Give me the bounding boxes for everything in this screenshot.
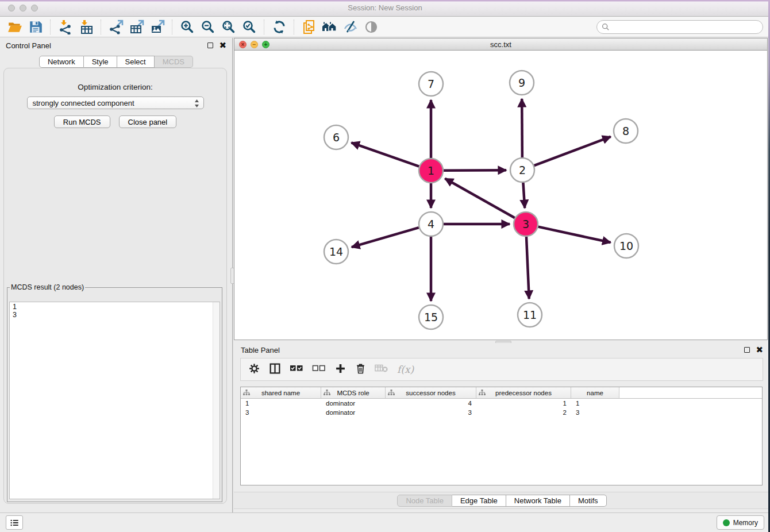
hide-panel-icon[interactable] bbox=[340, 18, 361, 36]
edge-3-11[interactable] bbox=[526, 237, 529, 299]
edge-1-2[interactable] bbox=[444, 170, 506, 171]
table-header-row: shared nameMCDS rolesuccessor nodesprede… bbox=[241, 387, 762, 399]
maximize-network-icon[interactable]: + bbox=[262, 41, 270, 48]
cell-successor-nodes[interactable]: 4 bbox=[386, 400, 476, 407]
cell-shared-name[interactable]: 3 bbox=[241, 409, 321, 416]
column-header-name[interactable]: name bbox=[571, 387, 619, 398]
edge-2-3[interactable] bbox=[523, 183, 525, 208]
cell-mcds-role[interactable]: dominator bbox=[321, 400, 386, 407]
zoom-in-icon[interactable] bbox=[177, 18, 198, 36]
node-15[interactable]: 15 bbox=[419, 305, 443, 329]
table-row[interactable]: 1dominator411 bbox=[241, 399, 762, 408]
column-header-shared-name[interactable]: shared name bbox=[241, 387, 321, 398]
svg-text:4: 4 bbox=[428, 218, 434, 230]
node-6[interactable]: 6 bbox=[324, 125, 348, 149]
export-image-icon[interactable] bbox=[147, 18, 168, 36]
float-table-panel-icon[interactable] bbox=[744, 347, 750, 353]
tab-network[interactable]: Network bbox=[39, 56, 84, 68]
cell-predecessor-nodes[interactable]: 1 bbox=[476, 400, 571, 407]
close-panel-icon[interactable]: ✖ bbox=[219, 43, 226, 48]
cell-name[interactable]: 3 bbox=[571, 409, 619, 416]
delete-column-icon[interactable] bbox=[355, 363, 366, 377]
zoom-fit-icon[interactable] bbox=[218, 18, 239, 36]
node-4[interactable]: 4 bbox=[419, 212, 443, 236]
svg-text:2: 2 bbox=[519, 164, 526, 176]
select-all-icon[interactable] bbox=[290, 363, 303, 376]
table-row[interactable]: 3dominator323 bbox=[241, 408, 762, 417]
import-network-icon[interactable] bbox=[55, 18, 76, 36]
node-10[interactable]: 10 bbox=[614, 234, 638, 258]
node-14[interactable]: 14 bbox=[324, 240, 348, 264]
network-canvas[interactable]: 1234678910111415 bbox=[234, 51, 768, 340]
columns-icon[interactable] bbox=[269, 363, 281, 377]
close-table-panel-icon[interactable]: ✖ bbox=[756, 347, 763, 353]
close-network-icon[interactable]: × bbox=[239, 41, 247, 48]
cell-shared-name[interactable]: 1 bbox=[241, 400, 321, 407]
dropdown-value: strongly connected component bbox=[33, 99, 134, 107]
network-graph[interactable]: 1234678910111415 bbox=[234, 51, 767, 340]
save-icon[interactable] bbox=[25, 18, 46, 36]
cell-mcds-role[interactable]: dominator bbox=[321, 409, 386, 416]
table-tab-motifs[interactable]: Motifs bbox=[570, 495, 607, 507]
task-history-button[interactable] bbox=[6, 515, 23, 530]
memory-button[interactable]: Memory bbox=[717, 515, 764, 530]
optimization-dropdown[interactable]: strongly connected component bbox=[27, 97, 204, 109]
home-networks-icon[interactable] bbox=[319, 18, 340, 36]
table-tab-node-table[interactable]: Node Table bbox=[397, 495, 452, 507]
svg-text:6: 6 bbox=[333, 131, 340, 144]
result-scrollbar[interactable] bbox=[213, 302, 220, 499]
node-3[interactable]: 3 bbox=[514, 212, 538, 236]
node-9[interactable]: 9 bbox=[510, 71, 534, 95]
tab-mcds[interactable]: MCDS bbox=[155, 56, 193, 68]
refresh-icon[interactable] bbox=[269, 18, 290, 36]
cell-predecessor-nodes[interactable]: 2 bbox=[476, 409, 571, 416]
column-header-predecessor-nodes[interactable]: predecessor nodes bbox=[476, 387, 571, 398]
node-8[interactable]: 8 bbox=[614, 119, 638, 143]
edge-2-9[interactable] bbox=[522, 99, 522, 157]
svg-text:7: 7 bbox=[428, 78, 434, 90]
search-input[interactable] bbox=[610, 22, 758, 32]
network-file-icon[interactable] bbox=[299, 18, 319, 36]
tab-select[interactable]: Select bbox=[117, 56, 155, 68]
close-panel-button[interactable]: Close panel bbox=[119, 115, 177, 128]
cell-successor-nodes[interactable]: 3 bbox=[386, 409, 476, 416]
toolbar-separator bbox=[172, 20, 173, 34]
column-header-successor-nodes[interactable]: successor nodes bbox=[386, 387, 476, 398]
edge-4-14[interactable] bbox=[352, 228, 419, 247]
app-window: Session: New Session bbox=[0, 0, 770, 532]
table-tab-edge-table[interactable]: Edge Table bbox=[452, 495, 506, 507]
edge-3-1[interactable] bbox=[445, 179, 514, 218]
table-tab-network-table[interactable]: Network Table bbox=[506, 495, 570, 507]
export-network-icon[interactable] bbox=[106, 18, 126, 36]
network-window-titlebar[interactable]: × − + scc.txt bbox=[234, 38, 768, 51]
minimize-network-icon[interactable]: − bbox=[251, 41, 258, 48]
cell-name[interactable]: 1 bbox=[571, 400, 619, 407]
add-column-icon[interactable] bbox=[334, 363, 346, 377]
tab-style[interactable]: Style bbox=[84, 56, 117, 68]
column-header-mcds-role[interactable]: MCDS role bbox=[321, 387, 386, 398]
search-box[interactable] bbox=[596, 20, 763, 34]
run-mcds-button[interactable]: Run MCDS bbox=[54, 115, 110, 128]
gear-icon[interactable] bbox=[248, 363, 260, 377]
table-toolbar: f(x) bbox=[240, 358, 763, 381]
function-builder-icon[interactable]: f(x) bbox=[397, 364, 414, 375]
svg-text:1: 1 bbox=[428, 164, 434, 177]
zoom-selected-icon[interactable] bbox=[239, 18, 260, 36]
node-7[interactable]: 7 bbox=[419, 72, 443, 96]
node-11[interactable]: 11 bbox=[518, 303, 542, 327]
float-panel-icon[interactable] bbox=[207, 43, 213, 48]
node-1[interactable]: 1 bbox=[419, 159, 443, 183]
edge-2-8[interactable] bbox=[534, 137, 611, 165]
edge-3-10[interactable] bbox=[538, 227, 610, 242]
import-table-icon[interactable] bbox=[76, 18, 97, 36]
mcds-result-text[interactable]: 1 3 bbox=[9, 302, 220, 499]
zoom-out-icon[interactable] bbox=[198, 18, 218, 36]
delete-table-icon[interactable] bbox=[375, 363, 388, 376]
deselect-all-icon[interactable] bbox=[312, 363, 326, 376]
eye-icon[interactable] bbox=[361, 18, 382, 36]
export-table-icon[interactable] bbox=[126, 18, 147, 36]
edge-1-6[interactable] bbox=[351, 142, 419, 166]
node-2[interactable]: 2 bbox=[510, 158, 534, 182]
open-folder-icon[interactable] bbox=[5, 18, 25, 36]
node-table[interactable]: shared nameMCDS rolesuccessor nodesprede… bbox=[240, 387, 763, 485]
